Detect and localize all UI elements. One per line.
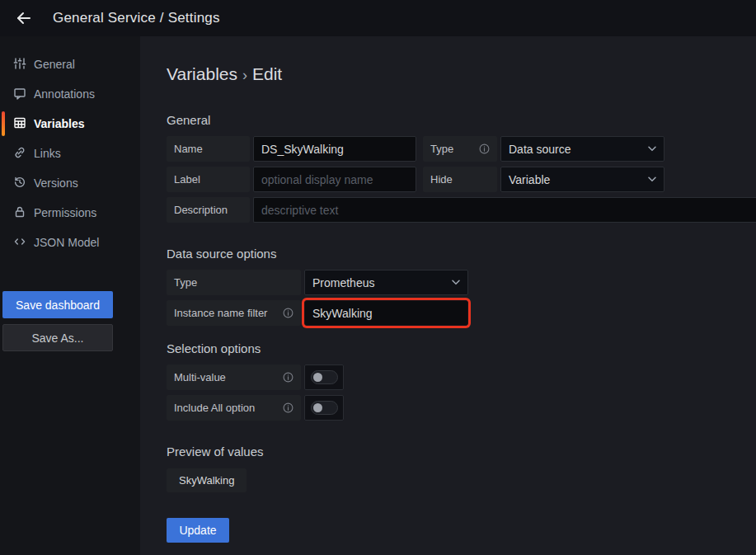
- breadcrumb: Variables›Edit: [167, 64, 756, 84]
- hide-select[interactable]: Variable: [500, 167, 664, 192]
- label-input[interactable]: [253, 167, 416, 192]
- preview-section-title: Preview of values: [167, 444, 756, 459]
- page-title: General Service / Settings: [53, 10, 220, 26]
- datasource-section-title: Data source options: [167, 247, 756, 261]
- multi-value-toggle[interactable]: [304, 365, 344, 390]
- sidebar-item-label: Annotations: [34, 87, 95, 101]
- instance-filter-label: Instance name filter: [167, 300, 301, 326]
- top-navbar: General Service / Settings: [0, 0, 756, 36]
- multi-value-row: Multi-value: [167, 365, 756, 390]
- label-hide-row: Label Hide Variable: [167, 167, 756, 192]
- type-select[interactable]: Data source: [500, 136, 664, 162]
- grid-icon: [13, 116, 26, 132]
- back-arrow-icon[interactable]: [13, 7, 35, 29]
- description-input[interactable]: [253, 197, 756, 223]
- sidebar-item-annotations[interactable]: Annotations: [0, 79, 140, 109]
- type-label: Type: [423, 136, 497, 162]
- sidebar-item-label: Variables: [34, 117, 85, 130]
- chevron-down-icon: [648, 176, 656, 182]
- sidebar-item-links[interactable]: Links: [0, 139, 140, 168]
- sidebar-item-label: JSON Model: [34, 236, 99, 249]
- save-dashboard-button[interactable]: Save dashboard: [2, 291, 113, 318]
- info-icon: [283, 372, 293, 383]
- info-icon: [283, 308, 293, 318]
- ds-type-row: Type Prometheus: [167, 270, 756, 295]
- comment-icon: [13, 87, 26, 102]
- name-label: Name: [167, 136, 250, 162]
- info-icon: [479, 143, 490, 154]
- label-label: Label: [167, 167, 250, 192]
- sidebar-item-versions[interactable]: Versions: [0, 168, 140, 198]
- sidebar-item-label: General: [34, 58, 75, 71]
- sidebar-item-label: Permissions: [34, 206, 96, 219]
- selection-section-title: Selection options: [167, 341, 756, 355]
- code-icon: [13, 235, 26, 251]
- toggle-knob: [313, 373, 322, 382]
- chevron-down-icon: [648, 146, 656, 152]
- include-all-row: Include All option: [167, 395, 756, 421]
- breadcrumb-separator: ›: [237, 67, 252, 83]
- sidebar-item-label: Links: [34, 147, 61, 160]
- ds-type-label: Type: [167, 270, 301, 295]
- sidebar-item-json-model[interactable]: JSON Model: [0, 228, 140, 257]
- sidebar-item-label: Versions: [34, 176, 78, 190]
- sliders-icon: [13, 57, 26, 73]
- general-section-title: General: [167, 113, 756, 127]
- description-row: Description: [167, 197, 756, 223]
- multi-value-label: Multi-value: [167, 365, 301, 390]
- include-all-toggle[interactable]: [304, 395, 344, 421]
- variables-edit-panel: Variables›Edit General Name Type Data so…: [140, 36, 756, 555]
- history-icon: [13, 176, 26, 191]
- toggle-knob: [313, 403, 322, 412]
- ds-type-select[interactable]: Prometheus: [304, 270, 468, 295]
- instance-filter-row: Instance name filter: [167, 300, 756, 326]
- settings-sidebar: General Annotations Variables Links Vers…: [0, 36, 140, 555]
- hide-label: Hide: [423, 167, 497, 192]
- link-icon: [13, 146, 26, 162]
- name-type-row: Name Type Data source: [167, 136, 756, 162]
- sidebar-item-general[interactable]: General: [0, 49, 140, 79]
- sidebar-item-permissions[interactable]: Permissions: [0, 198, 140, 228]
- name-input[interactable]: [253, 136, 416, 162]
- lock-icon: [13, 205, 26, 221]
- instance-filter-input[interactable]: [304, 300, 468, 326]
- breadcrumb-page: Edit: [252, 64, 282, 83]
- preview-value-chip: SkyWalking: [167, 468, 247, 492]
- breadcrumb-section[interactable]: Variables: [167, 64, 237, 83]
- description-label: Description: [167, 197, 250, 223]
- chevron-down-icon: [452, 280, 460, 285]
- info-icon: [283, 402, 293, 413]
- include-all-label: Include All option: [167, 395, 301, 421]
- save-as-button[interactable]: Save As...: [2, 324, 113, 351]
- sidebar-item-variables[interactable]: Variables: [0, 109, 140, 139]
- update-button[interactable]: Update: [167, 518, 229, 543]
